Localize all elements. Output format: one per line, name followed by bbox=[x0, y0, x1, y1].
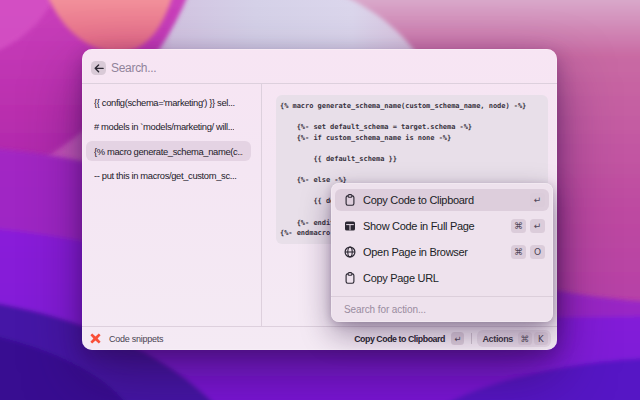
screen: Search... {{ config(schema='marketing') … bbox=[0, 0, 640, 400]
dbt-logo-icon bbox=[90, 333, 101, 344]
action-open-browser[interactable]: Open Page in Browser ⌘ O bbox=[335, 239, 549, 265]
globe-icon bbox=[344, 246, 356, 258]
k-key-badge: K bbox=[534, 332, 548, 345]
list-item-selected[interactable]: {% macro generate_schema_name(c... bbox=[86, 139, 251, 164]
code-line: {{ default_schema }} bbox=[280, 154, 543, 165]
clipboard-glyph bbox=[344, 272, 356, 284]
o-key-badge: O bbox=[530, 245, 545, 260]
enter-key-badge: ↵ bbox=[530, 219, 545, 234]
action-label: Copy Code to Clipboard bbox=[363, 194, 530, 206]
action-search[interactable]: Search for action... bbox=[331, 297, 553, 322]
code-line: {% macro generate_schema_name(custom_sch… bbox=[280, 101, 543, 112]
enter-key-badge: ↵ bbox=[451, 332, 465, 345]
list-item-label: {% macro generate_schema_name(c... bbox=[94, 146, 243, 157]
clipboard-icon bbox=[344, 194, 356, 206]
action-label: Show Code in Full Page bbox=[363, 220, 511, 232]
action-label: Open Page in Browser bbox=[363, 246, 511, 258]
code-line bbox=[280, 165, 543, 176]
window-grid-icon bbox=[344, 220, 356, 232]
cmd-key-badge: ⌘ bbox=[511, 245, 526, 260]
cmd-key-badge: ⌘ bbox=[518, 332, 532, 345]
clipboard-icon bbox=[344, 272, 356, 284]
status-bar: Code snippets Copy Code to Clipboard ↵ A… bbox=[82, 326, 557, 350]
action-show-code[interactable]: Show Code in Full Page ⌘ ↵ bbox=[335, 213, 549, 239]
dbt-logo-glyph bbox=[90, 333, 101, 344]
list-item-label: # models in `models/marketing/ will... bbox=[94, 121, 234, 132]
action-copy-code[interactable]: Copy Code to Clipboard ↵ bbox=[335, 187, 549, 213]
search-input[interactable]: Search... bbox=[111, 61, 156, 75]
list-item-label: -- put this in macros/get_custom_sc... bbox=[94, 170, 237, 181]
cmd-key-badge: ⌘ bbox=[511, 219, 526, 234]
globe-glyph bbox=[344, 246, 356, 258]
window-grid-glyph bbox=[344, 220, 356, 232]
action-label: Copy Page URL bbox=[363, 272, 545, 284]
list-item[interactable]: # models in `models/marketing/ will... bbox=[86, 115, 251, 140]
search-bar: Search... bbox=[82, 49, 557, 84]
list-item[interactable]: -- put this in macros/get_custom_sc... bbox=[86, 164, 251, 189]
primary-action-label[interactable]: Copy Code to Clipboard bbox=[354, 334, 445, 344]
list-item[interactable]: {{ config(schema='marketing') }} sel... bbox=[86, 90, 251, 115]
status-bar-separator bbox=[471, 333, 472, 344]
action-panel: Copy Code to Clipboard ↵ Show Code in Fu… bbox=[331, 183, 553, 322]
enter-key-badge: ↵ bbox=[530, 193, 545, 208]
app-title: Code snippets bbox=[109, 334, 163, 344]
list-item-label: {{ config(schema='marketing') }} sel... bbox=[94, 97, 235, 108]
code-line bbox=[280, 143, 543, 154]
code-line bbox=[280, 112, 543, 123]
clipboard-glyph bbox=[344, 194, 356, 206]
snippet-list: {{ config(schema='marketing') }} sel... … bbox=[82, 84, 262, 326]
actions-label: Actions bbox=[482, 334, 513, 344]
actions-button[interactable]: Actions ⌘ K bbox=[477, 330, 550, 347]
arrow-left-icon bbox=[94, 64, 104, 73]
code-line: {%- if custom_schema_name is none -%} bbox=[280, 133, 543, 144]
action-search-placeholder: Search for action... bbox=[344, 304, 426, 315]
action-panel-rows: Copy Code to Clipboard ↵ Show Code in Fu… bbox=[331, 183, 553, 291]
status-bar-right: Copy Code to Clipboard ↵ Actions ⌘ K bbox=[354, 330, 550, 347]
code-line: {%- set default_schema = target.schema -… bbox=[280, 122, 543, 133]
back-button[interactable] bbox=[91, 61, 106, 75]
action-copy-url[interactable]: Copy Page URL bbox=[335, 265, 549, 291]
